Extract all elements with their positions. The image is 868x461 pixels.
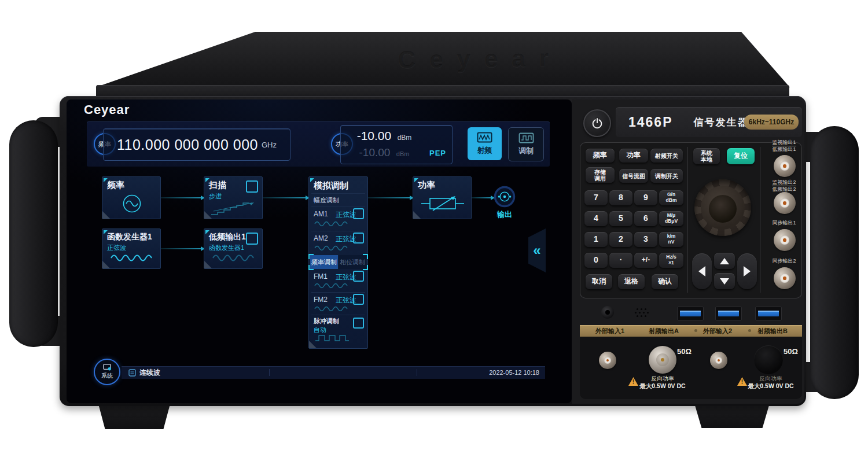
product-name: 信号发生器 (694, 116, 749, 129)
key-frequency[interactable]: 频率 (586, 149, 615, 163)
collapse-panel-tab[interactable]: « (528, 228, 546, 272)
key-1[interactable]: 1 (584, 232, 608, 247)
warn-a-line1: 反向功率 (639, 375, 686, 383)
bnc2-label-line1: 监视输出2 (763, 179, 806, 186)
freq-block-title: 频率 (107, 180, 124, 191)
flow-block-funcgen[interactable]: 函数发生器1 正弦波 (102, 228, 161, 269)
embossed-brand-logo: Ceyear (318, 43, 642, 73)
key-rf-switch[interactable]: 射频开关 (650, 149, 683, 163)
flow-block-analog-modulation[interactable]: 模拟调制 幅度调制 AM1 正弦波 AM2 正弦波 频率调制 相位调制 (308, 176, 368, 349)
key-unit-km-nv[interactable]: k/m nV (659, 232, 683, 247)
rf-waveform-icon (477, 132, 492, 143)
power-unit: dBm (398, 134, 412, 142)
arrow-freq-to-sweep (160, 197, 201, 198)
am2-checkbox[interactable] (353, 233, 364, 244)
modulation-toggle-label: 调制 (518, 146, 534, 156)
key-system-local[interactable]: 系统 本地 (693, 148, 720, 164)
pulse-checkbox[interactable] (353, 318, 364, 329)
tab-phase-modulation[interactable]: 相位调制 (339, 255, 366, 269)
am1-name: AM1 (314, 210, 328, 218)
key-3[interactable]: 3 (634, 232, 657, 247)
key-cancel[interactable]: 取消 (586, 274, 612, 289)
key-0[interactable]: 0 (584, 253, 608, 268)
fm1-checkbox[interactable] (353, 271, 364, 282)
key-store-recall[interactable]: 存储 调用 (586, 167, 615, 183)
output-node[interactable] (493, 185, 516, 208)
numeric-keypad: 7 8 9 G/n dBm 4 5 6 M/μ dBμV 1 2 3 k/m n… (584, 190, 683, 268)
key-store-line1: 存储 (594, 169, 606, 175)
modulation-tab-bar: 频率调制 相位调制 (310, 255, 367, 269)
am2-wave-icon (314, 244, 350, 252)
usb-tongue (758, 311, 779, 316)
key-unit-mu-dbuv[interactable]: M/μ dBμV (659, 211, 683, 226)
step-sweep-icon (209, 199, 259, 216)
key-confirm[interactable]: 确认 (652, 274, 678, 289)
key-6[interactable]: 6 (634, 211, 657, 226)
power-display[interactable]: -10.00 dBm -10.00 dBm PEP (340, 125, 453, 164)
key-7[interactable]: 7 (584, 190, 608, 205)
frequency-range-badge: 6kHz~110GHz (744, 115, 799, 130)
rf-toggle-button[interactable]: 射频 (468, 127, 502, 160)
unit-line2: ×1 (668, 260, 674, 266)
key-2[interactable]: 2 (609, 232, 632, 247)
flow-block-sweep[interactable]: 扫描 步进 (204, 176, 263, 219)
system-menu-button[interactable]: 系统 (94, 359, 120, 385)
arrow-left-key[interactable] (692, 253, 712, 289)
key-plus-minus[interactable]: +/- (634, 253, 657, 268)
bnc1-label-line2: 低频输出1 (763, 146, 806, 153)
rotary-knob[interactable] (694, 179, 751, 236)
divider (311, 231, 365, 231)
model-number: 1466P (628, 115, 673, 130)
rf-toggle-label: 射频 (477, 145, 492, 156)
bnc2-l1: 监视输出2 (772, 179, 796, 186)
key-signal-flow[interactable]: 信号流图 (619, 169, 648, 183)
power-button[interactable] (583, 109, 611, 137)
tab-corner (308, 254, 314, 259)
key-5[interactable]: 5 (609, 211, 632, 226)
key-backspace[interactable]: 退格 (618, 274, 645, 289)
cw-mode-status: 连续波 (139, 368, 160, 378)
tab-frequency-modulation[interactable]: 频率调制 (310, 255, 338, 269)
brand-logo: Ceyear (84, 102, 130, 117)
rf-out-a-label: 射频输出A (638, 327, 689, 335)
left-foot (94, 405, 175, 429)
tab-corner (363, 254, 368, 259)
bnc-monitor-out-2 (774, 192, 796, 214)
key-4[interactable]: 4 (584, 211, 608, 226)
am1-checkbox[interactable] (353, 208, 364, 219)
modulation-toggle-button[interactable]: 调制 (508, 127, 544, 161)
screw (748, 329, 751, 332)
flow-block-frequency[interactable]: 频率 (102, 176, 161, 219)
right-arrow-icon (744, 266, 751, 276)
system-key-line2: 本地 (701, 156, 712, 163)
key-reset[interactable]: 复位 (727, 148, 755, 164)
key-9[interactable]: 9 (634, 190, 657, 205)
key-unit-gn-dbm[interactable]: G/n dBm (659, 190, 683, 205)
arrow-right-key[interactable] (737, 253, 757, 289)
key-store-line2: 调用 (594, 175, 606, 182)
flow-block-lfout[interactable]: 低频输出1 函数发生器1 (204, 228, 263, 269)
arrow-up-key[interactable] (714, 253, 735, 269)
arrow-down-key[interactable] (714, 273, 735, 289)
fm2-checkbox[interactable] (353, 294, 364, 305)
frequency-unit: GHz (262, 141, 277, 149)
fm1-name: FM1 (314, 272, 328, 281)
key-8[interactable]: 8 (609, 190, 632, 205)
key-decimal[interactable]: · (609, 253, 632, 268)
status-separator (417, 369, 417, 376)
header-band: 频率 110.000 000 000 000 GHz 功率 -10.00 dBm… (87, 121, 550, 167)
arrow-funcgen-to-lfout (160, 248, 201, 249)
key-unit-hzs-x1[interactable]: Hz/s ×1 (659, 253, 683, 268)
usb-port-2 (715, 307, 742, 320)
lfout-checkbox[interactable] (246, 233, 258, 245)
flow-block-power[interactable]: 功率 (413, 176, 472, 219)
key-power[interactable]: 功率 (619, 149, 648, 163)
sweep-checkbox[interactable] (246, 180, 258, 193)
model-plate: 1466P 信号发生器 6kHz~110GHz (616, 107, 802, 137)
key-mod-switch[interactable]: 调制开关 (650, 169, 683, 183)
lfout-title: 低频输出1 (209, 232, 246, 242)
knob-dome (709, 195, 737, 223)
frequency-display[interactable]: 110.000 000 000 000 GHz (103, 128, 290, 161)
unit-line2: nV (668, 239, 675, 245)
left-handle (9, 120, 58, 347)
